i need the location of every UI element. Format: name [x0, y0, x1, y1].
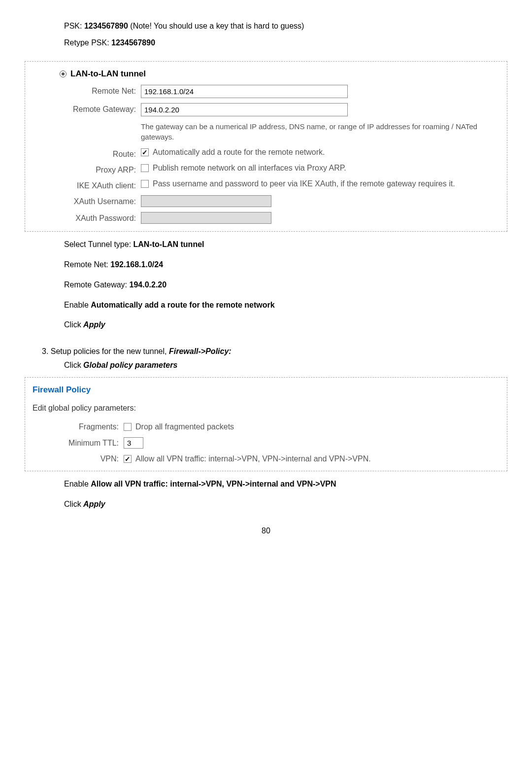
retype-psk-line: Retype PSK: 1234567890 [64, 36, 507, 49]
ike-xauth-checkbox[interactable] [141, 180, 149, 188]
step3-click-bold: Global policy parameters [83, 361, 177, 369]
vpn-label: VPN: [60, 455, 124, 463]
remote-net-line: Remote Net: 192.168.1.0/24 [64, 258, 507, 272]
lan-tunnel-header: LAN-to-LAN tunnel [60, 69, 502, 79]
enable-route-line: Enable Automatically add a route for the… [64, 298, 507, 313]
proxy-arp-checkbox[interactable] [141, 164, 149, 172]
firewall-policy-title: Firewall Policy [33, 385, 502, 395]
enable-vpn-pre: Enable [64, 480, 91, 488]
remote-net-label: Remote Net: [60, 85, 141, 96]
remote-net-row: Remote Net: [60, 85, 502, 98]
route-text: Automatically add a route for the remote… [153, 148, 325, 157]
lan-tunnel-panel: LAN-to-LAN tunnel Remote Net: Remote Gat… [25, 61, 507, 232]
page-number: 80 [25, 526, 507, 535]
xauth-username-input [141, 195, 271, 207]
remote-net-input[interactable] [141, 85, 348, 98]
min-ttl-row: Minimum TTL: [60, 437, 502, 449]
enable-pre: Enable [64, 301, 91, 309]
step3-pre: 3. Setup policies for the new tunnel, [42, 347, 169, 355]
min-ttl-input[interactable] [124, 437, 143, 449]
psk-note: (Note! You should use a key that is hard… [128, 22, 304, 30]
step3-click-pre: Click [64, 361, 83, 369]
proxy-arp-label: Proxy ARP: [60, 164, 141, 175]
enable-bold: Automatically add a route for the remote… [91, 301, 274, 309]
fragments-label: Fragments: [60, 422, 124, 431]
remote-gw-pre: Remote Gateway: [64, 280, 130, 289]
firewall-policy-subtitle: Edit global policy parameters: [33, 404, 502, 413]
remote-gw-line: Remote Gateway: 194.0.2.20 [64, 278, 507, 292]
xauth-username-label: XAuth Username: [60, 195, 141, 206]
lan-tunnel-title: LAN-to-LAN tunnel [70, 69, 146, 79]
remote-gateway-label: Remote Gateway: [60, 103, 141, 114]
remote-net-bold: 192.168.1.0/24 [110, 260, 163, 269]
remote-net-pre: Remote Net: [64, 260, 110, 269]
xauth-password-row: XAuth Password: [60, 212, 502, 224]
click-apply2-pre: Click [64, 500, 83, 508]
xauth-password-label: XAuth Password: [60, 212, 141, 223]
click-apply2-bold: Apply [83, 500, 105, 508]
firewall-policy-panel: Firewall Policy Edit global policy param… [25, 377, 507, 471]
gateway-help-text: The gateway can be a numerical IP addres… [141, 121, 502, 142]
vpn-checkbox[interactable] [124, 455, 132, 463]
retype-label: Retype PSK: [64, 38, 111, 47]
step3-click-line: Click Global policy parameters [64, 361, 507, 370]
retype-value: 1234567890 [111, 38, 155, 47]
click-apply2-line: Click Apply [64, 497, 507, 512]
route-row: Route: Automatically add a route for the… [60, 148, 502, 159]
lan-tunnel-radio[interactable] [60, 70, 66, 77]
fragments-text: Drop all fragmented packets [135, 422, 234, 431]
select-tunnel-pre: Select Tunnel type: [64, 240, 133, 248]
psk-value: 1234567890 [84, 22, 128, 30]
select-tunnel-bold: LAN-to-LAN tunnel [133, 240, 204, 248]
ike-xauth-row: IKE XAuth client: Pass username and pass… [60, 179, 502, 190]
xauth-username-row: XAuth Username: [60, 195, 502, 207]
remote-gateway-row: Remote Gateway: [60, 103, 502, 116]
route-label: Route: [60, 148, 141, 159]
remote-gw-bold: 194.0.2.20 [130, 280, 167, 289]
enable-vpn-line: Enable Allow all VPN traffic: internal->… [64, 477, 507, 491]
step3-bold: Firewall->Policy: [169, 347, 232, 355]
fragments-row: Fragments: Drop all fragmented packets [60, 422, 502, 431]
fragments-checkbox[interactable] [124, 423, 132, 431]
vpn-row: VPN: Allow all VPN traffic: internal->VP… [60, 455, 502, 463]
enable-vpn-bold: Allow all VPN traffic: internal->VPN, VP… [91, 480, 336, 488]
step3-line: 3. Setup policies for the new tunnel, Fi… [42, 347, 507, 356]
ike-xauth-text: Pass username and password to peer via I… [153, 179, 455, 188]
psk-label: PSK: [64, 22, 84, 30]
click-pre: Click [64, 320, 83, 329]
click-apply-line: Click Apply [64, 318, 507, 332]
psk-line: PSK: 1234567890 (Note! You should use a … [64, 20, 507, 33]
min-ttl-label: Minimum TTL: [60, 439, 124, 448]
proxy-arp-text: Publish remote network on all interfaces… [153, 164, 346, 173]
select-tunnel-line: Select Tunnel type: LAN-to-LAN tunnel [64, 238, 507, 252]
xauth-password-input [141, 212, 271, 224]
ike-xauth-label: IKE XAuth client: [60, 179, 141, 190]
click-apply-bold: Apply [83, 320, 105, 329]
vpn-text: Allow all VPN traffic: internal->VPN, VP… [135, 455, 371, 463]
remote-gateway-input[interactable] [141, 103, 348, 116]
route-checkbox[interactable] [141, 148, 149, 156]
proxy-arp-row: Proxy ARP: Publish remote network on all… [60, 164, 502, 175]
